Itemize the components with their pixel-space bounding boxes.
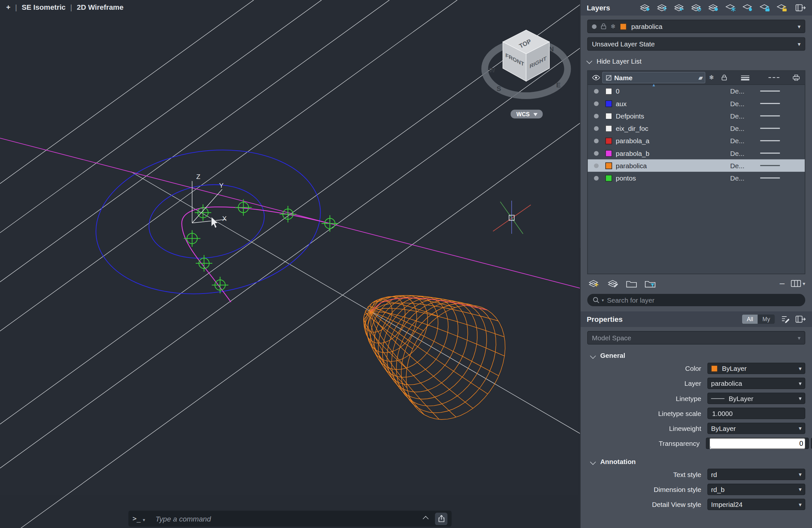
sort-arrows-icon[interactable]: ▴▾ xyxy=(698,75,702,80)
expand-command-icon[interactable] xyxy=(423,516,429,522)
quick-select-icon[interactable] xyxy=(781,315,790,323)
plot-column-icon[interactable] xyxy=(789,74,802,80)
layer-color-swatch[interactable] xyxy=(605,112,612,119)
match-layer-icon[interactable] xyxy=(656,3,668,13)
dimension-style-value: rd_b xyxy=(711,485,724,493)
properties-title: Properties xyxy=(587,315,623,323)
wcs-dropdown[interactable]: WCS xyxy=(511,110,543,119)
viewport-plus-control[interactable]: + xyxy=(6,3,10,11)
layer-freeze-icon[interactable] xyxy=(724,3,736,13)
new-property-filter-icon[interactable] xyxy=(644,279,656,288)
layer-status-dot[interactable] xyxy=(590,89,602,93)
layer-color-swatch[interactable] xyxy=(605,175,612,182)
transparency-input[interactable] xyxy=(710,438,806,449)
property-row-layer: Layer parabolica ▾ xyxy=(588,377,806,389)
command-history-caret-icon[interactable]: ▾ xyxy=(143,517,145,522)
annotation-section-header[interactable]: Annotation xyxy=(588,458,806,466)
layer-table-header: Name ▴▾ ▲ ❄ xyxy=(588,71,805,85)
property-row-lineweight: Lineweight ByLayer ▾ xyxy=(588,422,806,435)
layer-status-dot[interactable] xyxy=(590,163,602,168)
layer-color-swatch[interactable] xyxy=(605,137,612,144)
layer-color-swatch[interactable] xyxy=(605,125,612,132)
layer-row[interactable]: 0 De... xyxy=(588,85,805,97)
visibility-column-eye-icon[interactable] xyxy=(590,75,602,80)
space-dropdown[interactable]: Model Space ▾ xyxy=(588,331,806,345)
layer-row[interactable]: parabolica De... xyxy=(588,160,805,172)
layer-color-swatch[interactable] xyxy=(605,88,612,94)
layer-name: aux xyxy=(615,100,730,107)
layer-row[interactable]: parabola_b De... xyxy=(588,147,805,159)
search-input[interactable] xyxy=(606,296,800,304)
linetype-scale-input[interactable] xyxy=(711,409,802,418)
share-button[interactable] xyxy=(435,512,447,525)
color-dropdown[interactable]: ByLayer ▾ xyxy=(707,363,805,374)
layer-color-swatch[interactable] xyxy=(605,162,612,169)
layer-status-dot[interactable] xyxy=(590,101,602,106)
layer-unlock-icon[interactable] xyxy=(775,3,788,13)
text-style-dropdown[interactable]: rd ▾ xyxy=(707,469,805,480)
transparency-slider-field[interactable] xyxy=(706,438,809,449)
linetype-scale-field[interactable] xyxy=(707,408,805,419)
view-name-control[interactable]: SE Isometric xyxy=(22,3,66,11)
make-object-layer-current-icon[interactable] xyxy=(638,3,651,13)
property-row-detail-view-style: Detail View style Imperial24 ▾ xyxy=(588,498,806,511)
layer-search[interactable]: ▾ xyxy=(588,294,806,306)
lock-column-icon[interactable] xyxy=(718,74,730,80)
general-section-header[interactable]: General xyxy=(588,352,806,360)
layer-linetype: De... xyxy=(730,87,760,95)
dimension-style-dropdown[interactable]: rd_b ▾ xyxy=(707,484,805,495)
freeze-column-icon[interactable]: ❄ xyxy=(705,74,718,81)
current-layer-dropdown[interactable]: ❄ parabolica ▾ xyxy=(588,20,806,33)
layer-row[interactable]: pontos De... xyxy=(588,172,805,184)
layer-states-icon[interactable] xyxy=(607,279,619,288)
lineweight-dropdown[interactable]: ByLayer ▾ xyxy=(707,423,805,434)
filter-my-button[interactable]: My xyxy=(758,315,774,324)
command-bar[interactable]: >_ ▾ Type a command xyxy=(128,511,451,526)
layer-status-dot[interactable] xyxy=(590,151,602,155)
layer-status-dot[interactable] xyxy=(590,138,602,143)
viewcube[interactable]: W S E N TOP FRONT RIGHT xyxy=(485,30,568,95)
layer-row[interactable]: aux De... xyxy=(588,97,805,110)
new-layer-icon[interactable] xyxy=(588,279,600,288)
new-group-filter-icon[interactable] xyxy=(625,279,637,288)
transparency-slider-thumb[interactable] xyxy=(710,447,711,449)
properties-filter-segmented: All My xyxy=(742,315,774,324)
collapse-panel-icon[interactable] xyxy=(795,315,806,323)
layer-state-dropdown[interactable]: Unsaved Layer State ▾ xyxy=(588,37,806,51)
command-input[interactable]: Type a command xyxy=(155,514,423,523)
cursor-arrow xyxy=(211,217,218,228)
layer-row[interactable]: parabola_a De... xyxy=(588,134,805,147)
model-viewport[interactable]: Z Y X W S E N xyxy=(0,0,580,528)
columns-menu[interactable]: ▾ xyxy=(791,280,806,287)
sort-ascending-icon: ▲ xyxy=(652,83,656,87)
layer-dropdown[interactable]: parabolica ▾ xyxy=(707,378,805,389)
lineweight-column-icon[interactable] xyxy=(730,74,760,80)
property-row-dimension-style: Dimension style rd_b ▾ xyxy=(588,483,806,496)
layer-off-icon[interactable] xyxy=(741,3,754,13)
collapse-panel-icon[interactable] xyxy=(795,3,806,12)
linetype-column-icon[interactable] xyxy=(760,76,789,79)
linetype-dropdown[interactable]: ByLayer ▾ xyxy=(707,393,805,404)
visual-style-control[interactable]: 2D Wireframe xyxy=(77,3,124,11)
layer-row[interactable]: Defpoints De... xyxy=(588,110,805,122)
search-scope-caret-icon[interactable]: ▾ xyxy=(602,298,604,302)
freeze-icon: ❄ xyxy=(610,23,616,30)
name-column-header[interactable]: Name ▴▾ ▲ xyxy=(602,72,705,83)
layer-status-dot[interactable] xyxy=(590,114,602,118)
layer-status-dot[interactable] xyxy=(590,176,602,180)
layer-row[interactable]: eix_dir_foc De... xyxy=(588,122,805,134)
hide-layer-list-toggle[interactable]: Hide Layer List xyxy=(588,55,806,67)
property-row-text-style: Text style rd ▾ xyxy=(588,468,806,481)
detail-view-style-dropdown[interactable]: Imperial24 ▾ xyxy=(707,499,805,510)
layer-lock-icon[interactable] xyxy=(758,3,770,13)
layer-color-swatch[interactable] xyxy=(605,100,612,107)
filter-all-button[interactable]: All xyxy=(742,315,758,324)
drawing-canvas[interactable]: Z Y X W S E N xyxy=(0,0,580,528)
remove-layer-icon[interactable]: – xyxy=(780,281,784,286)
layer-previous-icon[interactable] xyxy=(672,3,685,13)
layer-status-dot[interactable] xyxy=(590,126,602,131)
lineweight-value: ByLayer xyxy=(711,424,736,432)
layer-unisolate-icon[interactable] xyxy=(707,3,719,13)
layer-isolate-icon[interactable] xyxy=(690,3,702,13)
layer-color-swatch[interactable] xyxy=(605,150,612,156)
